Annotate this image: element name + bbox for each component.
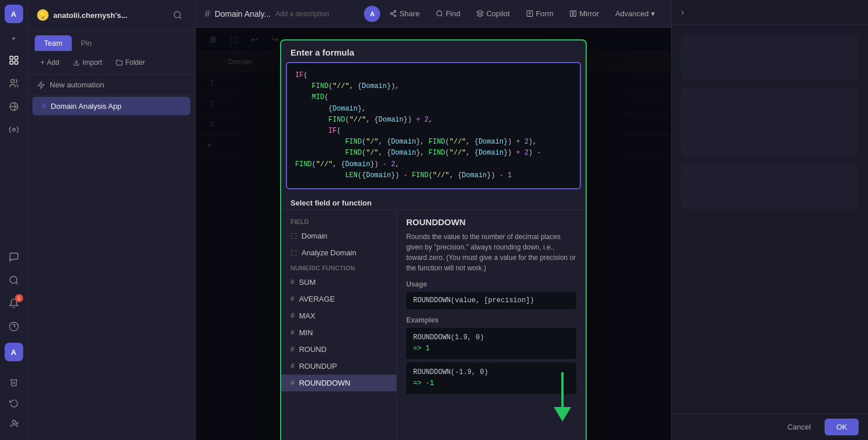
workspace-info: 💡 anatolii.chernysh's... [37,9,127,21]
folder-icon [116,59,123,66]
select-panel: Select field or function Field ⬚ Domain … [281,194,586,440]
form-icon [526,10,534,17]
form-button[interactable]: Form [519,6,560,21]
chevron-down-icon: ▾ [651,9,655,18]
svg-point-20 [395,15,396,17]
find-button[interactable]: Find [429,6,467,21]
modal-overlay: Enter a formula IF( FIND("//", {Domain})… [196,28,671,440]
func-example-1: ROUNDDOWN(1.9, 0) => 1 [406,328,576,359]
svg-rect-29 [571,11,573,17]
folder-button[interactable]: Folder [110,56,150,69]
nav-icon-search[interactable] [3,270,24,291]
nav-icon-notifications[interactable]: 1 [3,293,24,314]
header-description[interactable]: Add a description [275,10,329,18]
right-panel-content [672,25,868,413]
refresh-icon[interactable] [5,394,23,412]
field-item-analyze-domain[interactable]: ⬚ Analyze Domain [281,244,396,261]
select-panel-title: Select field or function [281,194,586,210]
field-section-label: Field [281,215,396,228]
func-usage-label: Usage [406,280,576,288]
func-item-SUM[interactable]: # SUM [281,274,396,291]
trash-icon[interactable] [5,373,23,391]
user-avatar-bottom[interactable]: A [5,343,23,361]
main-sidebar: 💡 anatolii.chernysh's... Team Pin + Add … [28,0,196,440]
func-item-ROUND[interactable]: # ROUND [281,341,396,358]
func-item-AVERAGE[interactable]: # AVERAGE [281,291,396,307]
max-hash-icon: # [290,311,295,320]
avg-hash-icon: # [290,295,295,303]
svg-point-6 [12,129,15,131]
func-detail-description: Rounds the value to the number of decima… [406,232,576,273]
min-hash-icon: # [290,328,295,336]
add-button[interactable]: + Add [35,56,65,69]
right-panel-header: › [672,0,868,25]
rp-block-1 [681,34,859,80]
domain-field-icon: ⬚ [290,232,297,240]
func-item-MIN[interactable]: # MIN [281,324,396,341]
sidebar-item-domain-analysis[interactable]: # Domain Analysis App [32,97,190,115]
plus-icon: + [41,58,45,67]
sum-hash-icon: # [290,278,295,286]
analyze-field-icon: ⬚ [290,248,297,256]
right-panel-buttons: Cancel OK [672,413,868,440]
nav-icon-help[interactable] [3,316,24,337]
nav-icon-people[interactable] [3,73,24,94]
automation-icon [37,81,45,89]
svg-rect-3 [14,61,17,64]
sidebar-search-button[interactable] [170,7,186,23]
right-panel: › Cancel OK [671,0,868,440]
roundup-hash-icon: # [290,362,295,370]
func-item-ROUNDDOWN[interactable]: # ROUNDDOWN [281,375,396,391]
workspace-icon: 💡 [37,9,49,21]
import-icon [73,59,80,66]
green-arrow-icon [551,372,574,427]
formula-dialog: Enter a formula IF( FIND("//", {Domain})… [280,39,587,440]
numeric-section-label: Numeric Function [281,261,396,274]
rp-cancel-button[interactable]: Cancel [778,419,820,435]
rounddown-hash-icon: # [290,379,295,387]
import-button[interactable]: Import [67,56,108,69]
copilot-icon [476,10,484,17]
svg-line-21 [392,14,395,15]
sidebar-header: 💡 anatolii.chernysh's... [28,0,195,31]
svg-rect-1 [14,56,17,59]
nav-icon-home[interactable] [3,50,24,71]
workspace-name: anatolii.chernysh's... [53,11,127,20]
func-item-MAX[interactable]: # MAX [281,307,396,324]
grid-area: ⊞ ⬚ ↩ ↪ Domain 1 2 3 + [196,28,671,440]
formula-editor[interactable]: IF( FIND("//", {Domain}), MID( {Domain},… [286,62,581,189]
share-button[interactable]: Share [382,6,426,21]
tab-team[interactable]: Team [35,35,72,51]
right-panel-chevron-icon[interactable]: › [681,7,684,17]
icon-sidebar: A ▾ 1 A [0,0,28,440]
mirror-icon [569,10,577,17]
top-header: # Domain Analy... Add a description A Sh… [196,0,671,28]
svg-point-18 [395,10,396,12]
svg-point-14 [174,12,181,18]
share-icon [389,10,397,17]
sidebar-actions: + Add Import Folder [28,51,195,75]
tab-pin[interactable]: Pin [72,35,101,51]
add-user-icon[interactable] [5,415,23,433]
user-avatar-top[interactable]: A [5,5,23,23]
new-automation-button[interactable]: New automation [28,75,195,96]
field-item-domain[interactable]: ⬚ Domain [281,228,396,244]
mirror-button[interactable]: Mirror [562,6,606,21]
sidebar-tabs: Team Pin [28,31,195,51]
rp-ok-button[interactable]: OK [825,419,859,435]
svg-point-19 [391,13,392,14]
func-detail-panel: ROUNDDOWN Rounds the value to the number… [397,210,586,440]
svg-line-22 [392,12,395,13]
nav-icon-chat[interactable] [3,247,24,267]
formula-title: Enter a formula [281,41,586,62]
nav-icon-globe[interactable] [3,96,24,117]
advanced-button[interactable]: Advanced ▾ [608,6,662,21]
copilot-button[interactable]: Copilot [469,6,516,21]
round-hash-icon: # [290,345,295,353]
nav-icon-settings[interactable] [3,119,24,140]
svg-point-4 [10,79,14,83]
rp-block-2 [681,87,859,157]
func-item-ROUNDUP[interactable]: # ROUNDUP [281,358,396,375]
collapse-icon[interactable]: ▾ [8,32,20,44]
svg-rect-0 [10,56,13,59]
